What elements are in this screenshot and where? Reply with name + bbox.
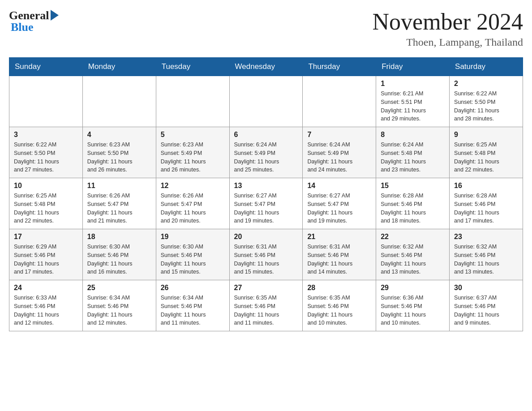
day-number: 11 xyxy=(87,182,151,190)
day-number: 20 xyxy=(234,233,298,241)
header-tuesday: Tuesday xyxy=(156,58,229,76)
calendar-cell: 17Sunrise: 6:29 AM Sunset: 5:46 PM Dayli… xyxy=(9,229,83,280)
day-number: 6 xyxy=(234,131,298,139)
day-info: Sunrise: 6:29 AM Sunset: 5:46 PM Dayligh… xyxy=(14,243,78,276)
week-row-5: 24Sunrise: 6:33 AM Sunset: 5:46 PM Dayli… xyxy=(9,280,523,331)
day-number: 26 xyxy=(161,284,225,292)
day-number: 15 xyxy=(381,182,445,190)
calendar-cell: 15Sunrise: 6:28 AM Sunset: 5:46 PM Dayli… xyxy=(376,178,450,229)
day-info: Sunrise: 6:30 AM Sunset: 5:46 PM Dayligh… xyxy=(87,243,151,276)
day-info: Sunrise: 6:36 AM Sunset: 5:46 PM Dayligh… xyxy=(381,294,445,327)
calendar-cell: 3Sunrise: 6:22 AM Sunset: 5:50 PM Daylig… xyxy=(9,127,83,178)
day-info: Sunrise: 6:31 AM Sunset: 5:46 PM Dayligh… xyxy=(307,243,371,276)
day-info: Sunrise: 6:33 AM Sunset: 5:46 PM Dayligh… xyxy=(14,294,78,327)
calendar-cell xyxy=(156,76,229,127)
location-title: Thoen, Lampang, Thailand xyxy=(373,36,523,48)
title-section: November 2024 Thoen, Lampang, Thailand xyxy=(373,9,523,48)
day-info: Sunrise: 6:27 AM Sunset: 5:47 PM Dayligh… xyxy=(234,192,298,225)
week-row-4: 17Sunrise: 6:29 AM Sunset: 5:46 PM Dayli… xyxy=(9,229,523,280)
day-number: 29 xyxy=(381,284,445,292)
day-number: 27 xyxy=(234,284,298,292)
day-number: 8 xyxy=(381,131,445,139)
day-info: Sunrise: 6:21 AM Sunset: 5:51 PM Dayligh… xyxy=(381,90,445,123)
day-info: Sunrise: 6:32 AM Sunset: 5:46 PM Dayligh… xyxy=(381,243,445,276)
calendar-cell: 27Sunrise: 6:35 AM Sunset: 5:46 PM Dayli… xyxy=(229,280,303,331)
day-number: 13 xyxy=(234,182,298,190)
day-number: 16 xyxy=(454,182,518,190)
day-number: 25 xyxy=(87,284,151,292)
day-number: 7 xyxy=(307,131,371,139)
logo-blue-text: Blue xyxy=(11,21,34,34)
calendar-cell: 22Sunrise: 6:32 AM Sunset: 5:46 PM Dayli… xyxy=(376,229,450,280)
day-info: Sunrise: 6:28 AM Sunset: 5:46 PM Dayligh… xyxy=(454,192,518,225)
week-row-2: 3Sunrise: 6:22 AM Sunset: 5:50 PM Daylig… xyxy=(9,127,523,178)
calendar-cell: 12Sunrise: 6:26 AM Sunset: 5:47 PM Dayli… xyxy=(156,178,229,229)
day-number: 19 xyxy=(161,233,225,241)
calendar-cell: 16Sunrise: 6:28 AM Sunset: 5:46 PM Dayli… xyxy=(450,178,523,229)
day-info: Sunrise: 6:24 AM Sunset: 5:49 PM Dayligh… xyxy=(307,141,371,174)
calendar-cell xyxy=(82,76,156,127)
week-row-3: 10Sunrise: 6:25 AM Sunset: 5:48 PM Dayli… xyxy=(9,178,523,229)
calendar-cell: 25Sunrise: 6:34 AM Sunset: 5:46 PM Dayli… xyxy=(82,280,156,331)
calendar-cell: 1Sunrise: 6:21 AM Sunset: 5:51 PM Daylig… xyxy=(376,76,450,127)
day-number: 24 xyxy=(14,284,78,292)
calendar-cell: 4Sunrise: 6:23 AM Sunset: 5:50 PM Daylig… xyxy=(82,127,156,178)
day-info: Sunrise: 6:25 AM Sunset: 5:48 PM Dayligh… xyxy=(454,141,518,174)
day-info: Sunrise: 6:30 AM Sunset: 5:46 PM Dayligh… xyxy=(161,243,225,276)
calendar-cell: 21Sunrise: 6:31 AM Sunset: 5:46 PM Dayli… xyxy=(303,229,376,280)
day-number: 21 xyxy=(307,233,371,241)
day-info: Sunrise: 6:24 AM Sunset: 5:49 PM Dayligh… xyxy=(234,141,298,174)
calendar-cell xyxy=(303,76,376,127)
day-info: Sunrise: 6:35 AM Sunset: 5:46 PM Dayligh… xyxy=(234,294,298,327)
calendar-cell: 26Sunrise: 6:34 AM Sunset: 5:46 PM Dayli… xyxy=(156,280,229,331)
calendar-cell: 13Sunrise: 6:27 AM Sunset: 5:47 PM Dayli… xyxy=(229,178,303,229)
header-thursday: Thursday xyxy=(303,58,376,76)
calendar-cell: 29Sunrise: 6:36 AM Sunset: 5:46 PM Dayli… xyxy=(376,280,450,331)
header-wednesday: Wednesday xyxy=(229,58,303,76)
calendar-cell: 2Sunrise: 6:22 AM Sunset: 5:50 PM Daylig… xyxy=(450,76,523,127)
day-info: Sunrise: 6:26 AM Sunset: 5:47 PM Dayligh… xyxy=(161,192,225,225)
calendar-cell: 18Sunrise: 6:30 AM Sunset: 5:46 PM Dayli… xyxy=(82,229,156,280)
header-sunday: Sunday xyxy=(9,58,83,76)
day-number: 1 xyxy=(381,80,445,88)
calendar-cell: 8Sunrise: 6:24 AM Sunset: 5:48 PM Daylig… xyxy=(376,127,450,178)
calendar-cell: 20Sunrise: 6:31 AM Sunset: 5:46 PM Dayli… xyxy=(229,229,303,280)
calendar-table: Sunday Monday Tuesday Wednesday Thursday… xyxy=(9,57,523,331)
calendar-cell: 28Sunrise: 6:35 AM Sunset: 5:46 PM Dayli… xyxy=(303,280,376,331)
calendar-cell: 6Sunrise: 6:24 AM Sunset: 5:49 PM Daylig… xyxy=(229,127,303,178)
day-number: 3 xyxy=(14,131,78,139)
calendar-cell: 14Sunrise: 6:27 AM Sunset: 5:47 PM Dayli… xyxy=(303,178,376,229)
day-info: Sunrise: 6:31 AM Sunset: 5:46 PM Dayligh… xyxy=(234,243,298,276)
day-number: 28 xyxy=(307,284,371,292)
day-number: 10 xyxy=(14,182,78,190)
day-number: 4 xyxy=(87,131,151,139)
day-number: 17 xyxy=(14,233,78,241)
day-number: 5 xyxy=(161,131,225,139)
calendar-cell: 30Sunrise: 6:37 AM Sunset: 5:46 PM Dayli… xyxy=(450,280,523,331)
day-info: Sunrise: 6:23 AM Sunset: 5:50 PM Dayligh… xyxy=(87,141,151,174)
day-number: 9 xyxy=(454,131,518,139)
day-info: Sunrise: 6:25 AM Sunset: 5:48 PM Dayligh… xyxy=(14,192,78,225)
calendar-cell xyxy=(9,76,83,127)
weekday-header-row: Sunday Monday Tuesday Wednesday Thursday… xyxy=(9,58,523,76)
month-title: November 2024 xyxy=(373,9,523,34)
calendar-cell: 7Sunrise: 6:24 AM Sunset: 5:49 PM Daylig… xyxy=(303,127,376,178)
logo-triangle-icon xyxy=(51,10,59,21)
day-info: Sunrise: 6:35 AM Sunset: 5:46 PM Dayligh… xyxy=(307,294,371,327)
calendar-cell: 24Sunrise: 6:33 AM Sunset: 5:46 PM Dayli… xyxy=(9,280,83,331)
day-number: 12 xyxy=(161,182,225,190)
calendar-cell: 23Sunrise: 6:32 AM Sunset: 5:46 PM Dayli… xyxy=(450,229,523,280)
calendar-cell: 9Sunrise: 6:25 AM Sunset: 5:48 PM Daylig… xyxy=(450,127,523,178)
day-info: Sunrise: 6:32 AM Sunset: 5:46 PM Dayligh… xyxy=(454,243,518,276)
day-info: Sunrise: 6:22 AM Sunset: 5:50 PM Dayligh… xyxy=(14,141,78,174)
day-number: 2 xyxy=(454,80,518,88)
day-info: Sunrise: 6:34 AM Sunset: 5:46 PM Dayligh… xyxy=(87,294,151,327)
calendar-cell: 19Sunrise: 6:30 AM Sunset: 5:46 PM Dayli… xyxy=(156,229,229,280)
day-info: Sunrise: 6:23 AM Sunset: 5:49 PM Dayligh… xyxy=(161,141,225,174)
header-saturday: Saturday xyxy=(450,58,523,76)
calendar-cell: 11Sunrise: 6:26 AM Sunset: 5:47 PM Dayli… xyxy=(82,178,156,229)
day-info: Sunrise: 6:26 AM Sunset: 5:47 PM Dayligh… xyxy=(87,192,151,225)
day-number: 23 xyxy=(454,233,518,241)
week-row-1: 1Sunrise: 6:21 AM Sunset: 5:51 PM Daylig… xyxy=(9,76,523,127)
day-info: Sunrise: 6:28 AM Sunset: 5:46 PM Dayligh… xyxy=(381,192,445,225)
